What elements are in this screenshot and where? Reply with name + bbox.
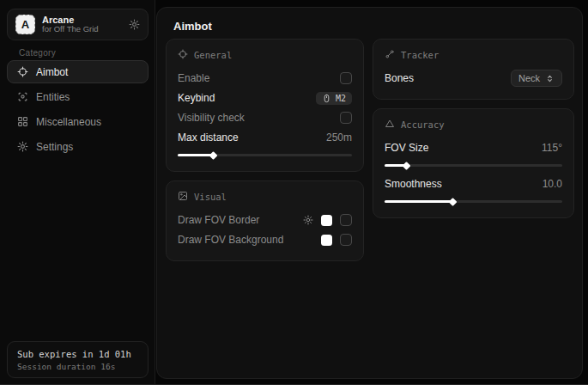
fov-border-label: Draw FOV Border [178, 214, 259, 226]
fov-size-row: FOV Size 115° [385, 138, 562, 157]
triangle-icon [385, 119, 395, 131]
card-title: Tracker [401, 50, 439, 60]
page-title: Aimbot [173, 20, 212, 33]
slider-thumb[interactable] [448, 198, 457, 206]
sidebar-item-settings[interactable]: Settings [7, 135, 149, 158]
sidebar-item-label: Miscellaneous [36, 116, 101, 128]
fov-background-checkbox[interactable] [340, 234, 352, 246]
max-distance-row: Max distance 250m [178, 128, 352, 147]
fov-size-slider[interactable] [385, 164, 562, 167]
sidebar-item-aimbot[interactable]: Aimbot [7, 60, 149, 83]
accuracy-card: Accuracy FOV Size 115° Smoothness 10.0 [373, 108, 574, 218]
bones-value: Neck [518, 73, 540, 83]
gear-icon [17, 141, 28, 152]
fov-background-row: Draw FOV Background [178, 230, 352, 249]
category-label: Category [19, 48, 56, 58]
max-distance-value: 250m [326, 131, 352, 144]
tracker-card: Tracker Bones Neck [373, 39, 574, 100]
fov-border-row: Draw FOV Border [178, 211, 352, 229]
sidebar-item-miscellaneous[interactable]: Miscellaneous [7, 110, 149, 133]
fov-size-label: FOV Size [385, 142, 428, 154]
sub-expiry-text: Sub expires in 1d 01h [17, 349, 138, 359]
slider-thumb[interactable] [402, 162, 410, 170]
app-window: A Arcane for Off The Grid Category [0, 0, 588, 385]
sidebar-item-label: Entities [36, 91, 70, 103]
fov-size-value: 115° [542, 142, 562, 154]
chevron-updown-icon [545, 74, 555, 83]
brand-subtitle: for Off The Grid [42, 25, 122, 34]
max-distance-slider[interactable] [178, 154, 352, 156]
fov-border-checkbox[interactable] [340, 214, 352, 226]
bones-row: Bones Neck [385, 69, 562, 88]
gear-icon[interactable] [129, 19, 140, 30]
keybind-value: M2 [336, 94, 346, 103]
crosshair-icon [178, 49, 188, 61]
card-title: General [194, 50, 232, 60]
sidebar-nav: Aimbot Entities Miscella [7, 60, 149, 158]
visibility-check-row: Visibility check [178, 108, 352, 127]
fov-background-label: Draw FOV Background [178, 234, 283, 246]
gear-icon[interactable] [303, 215, 313, 225]
smoothness-label: Smoothness [385, 178, 442, 190]
fov-border-color-swatch[interactable] [321, 215, 332, 226]
mouse-icon [322, 94, 331, 103]
keybind-button[interactable]: M2 [316, 92, 352, 105]
enable-label: Enable [178, 72, 209, 84]
image-icon [178, 191, 188, 203]
session-duration-text: Session duration 16s [17, 362, 138, 371]
visibility-check-label: Visibility check [178, 112, 245, 124]
bones-select[interactable]: Neck [511, 70, 562, 87]
keybind-row: Keybind M2 [178, 89, 352, 107]
subscription-status: Sub expires in 1d 01h Session duration 1… [7, 341, 149, 378]
grid-icon [17, 116, 28, 127]
crosshair-icon [17, 66, 28, 77]
smoothness-slider[interactable] [385, 200, 562, 203]
sidebar-item-label: Settings [36, 141, 73, 153]
sidebar-item-entities[interactable]: Entities [7, 85, 149, 108]
main-panel: Aimbot General Enable [156, 7, 583, 379]
card-title: Accuracy [401, 119, 445, 130]
card-title: Visual [194, 192, 227, 202]
brand-card: A Arcane for Off The Grid [7, 9, 149, 40]
fov-background-color-swatch[interactable] [321, 235, 332, 246]
visibility-check-checkbox[interactable] [340, 112, 352, 124]
scan-icon [17, 91, 28, 102]
brand-logo: A [15, 15, 35, 34]
bone-icon [385, 49, 395, 61]
visual-card: Visual Draw FOV Border [166, 180, 364, 261]
keybind-label: Keybind [178, 92, 215, 104]
enable-row: Enable [178, 69, 352, 88]
general-card: General Enable Keybind [166, 39, 364, 172]
slider-thumb[interactable] [209, 151, 217, 160]
max-distance-label: Max distance [178, 131, 239, 144]
smoothness-row: Smoothness 10.0 [385, 174, 562, 193]
bones-label: Bones [385, 72, 414, 84]
enable-checkbox[interactable] [340, 72, 352, 84]
smoothness-value: 10.0 [543, 178, 562, 190]
sidebar: A Arcane for Off The Grid Category [0, 0, 155, 384]
sidebar-item-label: Aimbot [36, 66, 68, 78]
